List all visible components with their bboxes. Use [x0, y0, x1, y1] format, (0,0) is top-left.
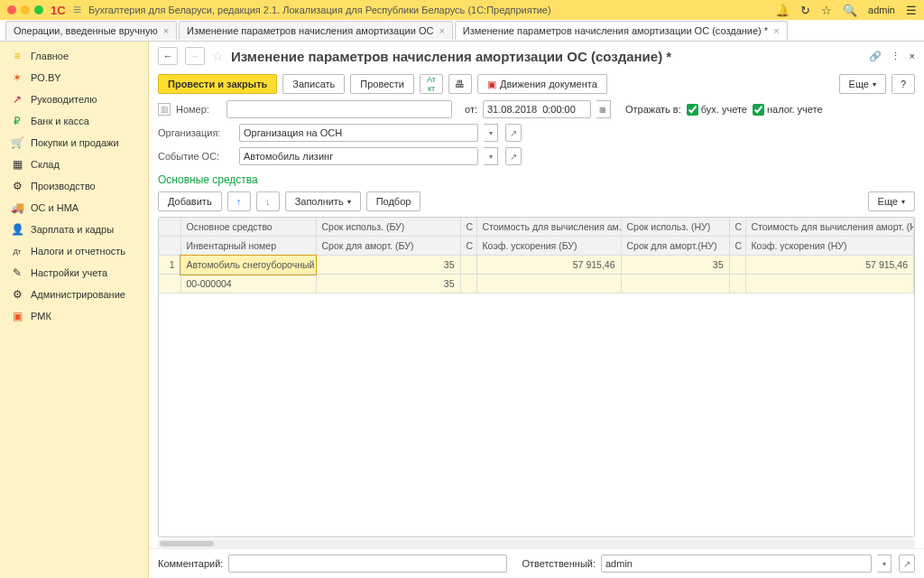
more-menu-icon[interactable]: ⋮ [891, 51, 901, 62]
chevron-down-icon[interactable]: ▾ [484, 124, 498, 142]
open-resp-button[interactable]: ↗ [899, 555, 915, 573]
cell-c3[interactable] [460, 275, 476, 294]
panel-icon[interactable]: ☰ [906, 4, 917, 17]
tab-amort-change-new[interactable]: Изменение параметров начисления амортиза… [455, 21, 788, 40]
table-more-button[interactable]: Еще ▾ [868, 191, 915, 211]
fill-button[interactable]: Заполнить ▾ [285, 191, 361, 211]
sidebar-item-production[interactable]: ⚙Производство [0, 175, 148, 197]
th-srok-bu[interactable]: Срок использ. (БУ) [316, 218, 460, 237]
cell-rownum[interactable]: 1 [159, 256, 180, 275]
forward-button[interactable]: → [185, 47, 205, 65]
sidebar-item-admin[interactable]: ⚙Администрирование [0, 284, 148, 305]
th-koef-bu[interactable]: Коэф. ускорения (БУ) [476, 237, 621, 256]
responsible-select[interactable]: admin [601, 555, 872, 573]
move-up-button[interactable]: ↑ [227, 191, 251, 211]
more-button[interactable]: Еще ▾ [839, 74, 886, 94]
reflect-nal-checkbox[interactable]: налог. учете [753, 104, 823, 116]
assets-table[interactable]: Основное средство Срок использ. (БУ) С С… [158, 217, 915, 537]
tab-amort-change-list[interactable]: Изменение параметров начисления амортиза… [179, 21, 453, 40]
history-icon[interactable]: ↻ [800, 4, 810, 17]
back-button[interactable]: ← [158, 47, 178, 65]
sidebar-item-rmk[interactable]: ▣РМК [0, 305, 148, 327]
menu-icon[interactable]: ≡ [73, 2, 81, 18]
comment-field[interactable] [228, 555, 507, 573]
star-icon[interactable]: ☆ [821, 4, 832, 17]
sidebar-item-taxes[interactable]: ДтНалоги и отчетность [0, 240, 148, 262]
date-field[interactable] [483, 100, 591, 118]
number-field[interactable] [226, 100, 452, 118]
close-icon[interactable]: × [773, 25, 779, 36]
open-event-button[interactable]: ↗ [505, 147, 522, 165]
cell-srok-am-nu[interactable] [621, 275, 729, 294]
org-select[interactable]: Организация на ОСН [239, 124, 478, 142]
th-srok-nu[interactable]: Срок использ. (НУ) [621, 218, 729, 237]
dtkt-button[interactable]: Аткт [420, 74, 443, 94]
cell-cost-nu[interactable]: 57 915,46 [745, 256, 914, 275]
cart-icon: 🛒 [11, 136, 23, 149]
sidebar-item-settings[interactable]: ✎Настройки учета [0, 262, 148, 284]
th-num[interactable] [159, 218, 180, 237]
add-row-button[interactable]: Добавить [158, 191, 222, 211]
sidebar-item-warehouse[interactable]: ▦Склад [0, 154, 148, 175]
th-cost-nu[interactable]: Стоимость для вычисления аморт. (НУ) [745, 218, 914, 237]
th-c1[interactable]: С [460, 218, 476, 237]
th-c3[interactable]: С [460, 237, 476, 256]
open-org-button[interactable]: ↗ [505, 124, 522, 142]
cell-c1[interactable] [460, 256, 476, 275]
cell-cost-bu[interactable]: 57 915,46 [476, 256, 621, 275]
post-button[interactable]: Провести [350, 74, 414, 94]
cell-srok-nu[interactable]: 35 [621, 256, 729, 275]
table-row[interactable]: 00-000004 35 [159, 275, 914, 294]
th-c4[interactable]: С [729, 237, 745, 256]
th-koef-nu[interactable]: Коэф. ускорения (НУ) [745, 237, 914, 256]
th-srok-am-nu[interactable]: Срок для аморт.(НУ) [621, 237, 729, 256]
help-button[interactable]: ? [892, 74, 915, 94]
doc-status-icon: ▥ [158, 103, 171, 116]
minimize-window-icon[interactable] [21, 5, 30, 14]
th-c2[interactable]: С [729, 218, 745, 237]
sidebar-item-bank[interactable]: ₽Банк и касса [0, 110, 148, 132]
th-inv[interactable]: Инвентарный номер [180, 237, 316, 256]
sidebar-item-sales[interactable]: 🛒Покупки и продажи [0, 132, 148, 154]
sidebar-item-poby[interactable]: ✶PO.BY [0, 67, 148, 89]
link-icon[interactable]: 🔗 [869, 51, 882, 62]
close-icon[interactable]: × [439, 25, 444, 36]
tab-manual-ops[interactable]: Операции, введенные вручную× [5, 21, 177, 40]
th-os[interactable]: Основное средство [180, 218, 316, 237]
cell-srok-bu[interactable]: 35 [316, 256, 460, 275]
calendar-icon[interactable]: ▦ [596, 100, 611, 118]
th-cost-bu[interactable]: Стоимость для вычисления ам... [476, 218, 621, 237]
pick-button[interactable]: Подбор [366, 191, 421, 211]
cell-os[interactable]: Автомобиль снегоуборочный [180, 256, 316, 275]
search-icon[interactable]: 🔍 [843, 4, 857, 17]
sidebar-item-assets[interactable]: 🚚ОС и НМА [0, 197, 148, 219]
sidebar-item-main[interactable]: ≡Главное [0, 45, 148, 67]
th-srok-am-bu[interactable]: Срок для аморт. (БУ) [316, 237, 460, 256]
close-icon[interactable]: × [163, 25, 169, 36]
close-doc-icon[interactable]: × [910, 51, 915, 62]
table-row[interactable]: 1 Автомобиль снегоуборочный 35 57 915,46… [159, 256, 914, 275]
movements-button[interactable]: ▣Движения документа [477, 74, 607, 94]
close-window-icon[interactable] [7, 5, 16, 14]
chevron-down-icon[interactable]: ▾ [484, 147, 498, 165]
sidebar-item-salary[interactable]: 👤Зарплата и кадры [0, 219, 148, 240]
maximize-window-icon[interactable] [34, 5, 43, 14]
cell-c2[interactable] [729, 256, 745, 275]
sidebar-item-manager[interactable]: ↗Руководителю [0, 89, 148, 110]
post-and-close-button[interactable]: Провести и закрыть [158, 74, 277, 94]
cell-koef-bu[interactable] [476, 275, 621, 294]
bell-icon[interactable]: 🔔 [775, 4, 790, 17]
write-button[interactable]: Записать [282, 74, 345, 94]
event-select[interactable]: Автомобиль лизинг [239, 147, 478, 165]
move-down-button[interactable]: ↓ [256, 191, 280, 211]
reflect-buh-checkbox[interactable]: бух. учете [687, 104, 747, 116]
cell-srok-am-bu[interactable]: 35 [316, 275, 460, 294]
horizontal-scrollbar[interactable] [158, 539, 915, 548]
cell-c4[interactable] [729, 275, 745, 294]
cell-inv[interactable]: 00-000004 [180, 275, 316, 294]
cell-koef-nu[interactable] [745, 275, 914, 294]
print-button[interactable]: 🖶 [448, 74, 472, 94]
user-label[interactable]: admin [868, 5, 895, 15]
favorite-icon[interactable]: ☆ [212, 49, 224, 63]
chevron-down-icon[interactable]: ▾ [877, 555, 892, 573]
